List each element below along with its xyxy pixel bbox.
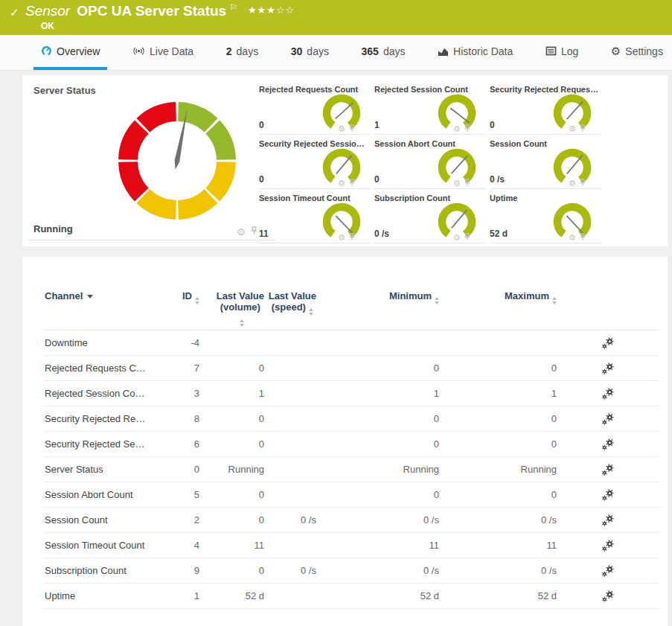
gear-icon[interactable]: ⚙ [453,179,461,188]
channel-settings-button[interactable] [602,540,614,552]
divider [259,243,371,243]
tab-log[interactable]: Log [538,35,586,70]
cell-actions [557,489,659,501]
divider [490,188,601,189]
channel-settings-button[interactable] [602,489,614,501]
pin-icon[interactable] [464,233,471,243]
mini-gauge-actions: ⚙ [453,233,471,243]
gear-icon[interactable]: ⚙ [569,234,576,242]
tab-2-days[interactable]: 2days [219,35,266,70]
gear-icon[interactable]: ⚙ [453,234,461,242]
gear-icon[interactable]: ⚙ [569,179,576,188]
cell-id: 1 [153,590,199,601]
cell-last-value-volume: 0 [199,438,264,450]
pin-icon[interactable] [348,179,356,188]
sensor-label: Sensor [25,3,70,19]
gear-icon[interactable]: ⚙ [338,179,345,188]
mini-gauge-value: 0 /s [374,229,389,239]
star-empty-icon: ☆ [286,4,295,16]
gear-icon[interactable]: ⚙ [237,227,246,237]
chart-icon [438,46,449,57]
mini-gauge-grid: Rejected Requests Count0⚙Rejected Sessio… [259,85,605,248]
divider [28,240,275,240]
mini-gauge-value: 0 [259,120,264,130]
channel-settings-button[interactable] [602,362,614,374]
cell-id: 6 [153,438,199,450]
mini-gauge-actions: ⚙ [338,179,356,188]
pin-icon[interactable] [464,179,471,188]
pin-icon[interactable] [579,233,586,243]
cell-id: 3 [153,388,199,399]
cell-id: 7 [153,362,199,374]
tab-settings[interactable]: ⚙Settings [604,35,671,70]
tab-live-data[interactable]: Live Data [125,35,201,70]
channel-settings-gears-icon [602,590,614,602]
channel-settings-button[interactable] [602,464,614,476]
pin-icon[interactable] [348,124,356,134]
cell-id: 4 [153,540,199,551]
cell-channel: Rejected Session Count [45,388,153,399]
channel-settings-button[interactable] [602,590,614,602]
cell-last-value-volume: 1 [199,388,264,399]
cell-maximum: 0 [439,438,557,450]
cell-channel: Uptime [45,590,153,601]
pin-icon[interactable] [579,124,586,134]
sort-arrows-icon [240,319,244,327]
cell-actions [557,540,659,552]
tab-label: days [237,45,259,57]
column-label-block: Last Value(volume) [217,290,264,327]
tab-365-days[interactable]: 365days [354,35,413,70]
cell-id: -4 [153,337,199,348]
channel-settings-button[interactable] [602,438,614,450]
cell-actions [557,337,659,349]
star-rating[interactable]: ★★★☆☆ [248,4,295,16]
cell-minimum: 0 [316,362,439,374]
channel-settings-gears-icon [602,514,614,526]
gear-icon[interactable]: ⚙ [338,234,345,242]
channel-settings-button[interactable] [602,514,614,526]
cell-minimum: 0 [316,489,439,500]
gear-icon[interactable]: ⚙ [453,125,461,133]
column-label: ID [182,290,192,301]
cell-channel: Rejected Requests Count [45,362,153,374]
channel-settings-button[interactable] [602,337,614,349]
column-header-maximum[interactable]: Maximum [439,290,557,327]
mini-gauge: Security Rejected Session Co...0⚙ [259,139,374,194]
gear-icon[interactable]: ⚙ [569,125,576,133]
gear-icon[interactable]: ⚙ [338,125,345,133]
pin-icon[interactable] [250,226,258,237]
channel-settings-button[interactable] [602,413,614,425]
mini-gauge: Rejected Requests Count0⚙ [259,85,374,139]
pin-icon[interactable] [464,124,471,134]
cell-last-value-volume: 0 [199,565,264,576]
cell-minimum: 0 [316,413,439,424]
mini-gauge-value: 0 [490,120,495,130]
channel-settings-button[interactable] [602,388,614,400]
tab-overview[interactable]: Overview [33,35,107,70]
tab-prefix: 2 [226,45,232,57]
mini-gauge-value: 11 [259,229,269,239]
column-header-channel[interactable]: Channel [45,290,153,327]
channel-settings-button[interactable] [602,565,614,577]
pin-icon[interactable] [579,179,586,188]
column-label: Channel [45,290,83,301]
pin-icon[interactable] [348,233,356,243]
cell-id: 0 [153,464,199,475]
cell-minimum: 1 [316,388,439,399]
cell-actions [557,362,659,374]
table-row: Security Rejected Requ...8000 [45,406,659,432]
column-header-last_speed[interactable]: Last Value(speed) [264,290,316,327]
table-row: Session Count200 /s0 /s0 /s [45,508,659,533]
flag-icon[interactable]: ⚐ [229,2,237,13]
cell-actions [557,464,659,476]
column-label-block: Last Value(speed) [269,290,316,316]
column-header-id[interactable]: ID [153,290,199,327]
column-header-actions [557,290,659,327]
table-row: Security Rejected Sessi...6000 [45,432,659,457]
column-header-minimum[interactable]: Minimum [316,290,439,327]
cell-maximum: 0 /s [439,514,557,526]
tab-historic-data[interactable]: Historic Data [430,35,520,70]
column-header-last_volume[interactable]: Last Value(volume) [199,290,264,327]
cell-actions [557,565,659,577]
tab-30-days[interactable]: 30days [284,35,336,70]
